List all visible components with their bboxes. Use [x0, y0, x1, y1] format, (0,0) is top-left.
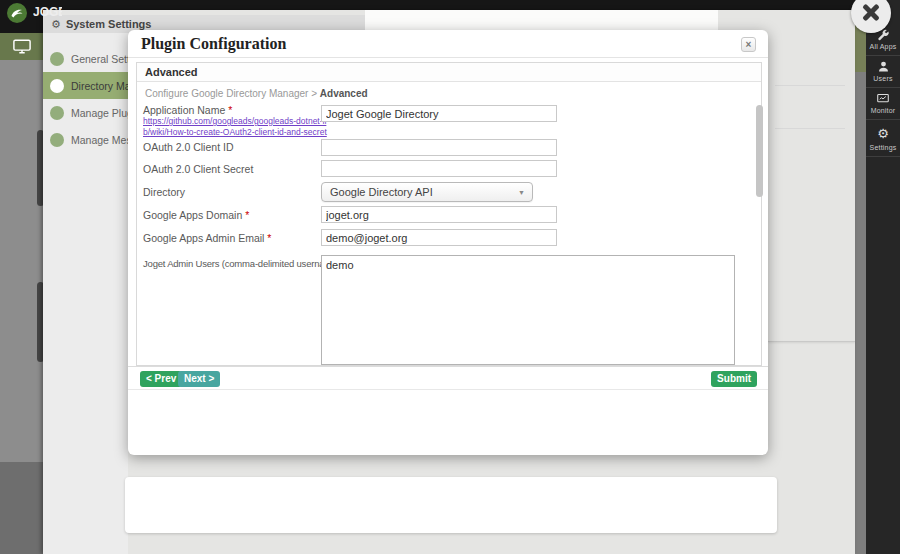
- next-button[interactable]: Next >: [178, 371, 220, 387]
- toolbar-item-label: All Apps: [866, 43, 900, 50]
- required-asterisk: *: [228, 104, 232, 116]
- help-link[interactable]: https://github.com/googleads/googleads-d…: [143, 116, 327, 137]
- screen: JOGET All Apps Users: [0, 0, 900, 554]
- menu-item-label: General Settings: [71, 53, 128, 65]
- bullet-circle-icon: [50, 52, 64, 66]
- system-settings-menu: General Settings Directory Manager Manag…: [43, 33, 128, 554]
- domain-input[interactable]: [321, 206, 557, 223]
- bullet-circle-icon: [50, 79, 64, 93]
- menu-item-general-settings[interactable]: General Settings: [43, 45, 128, 72]
- dialog-title: Plugin Configuration: [141, 35, 286, 53]
- toolbar-item-users[interactable]: Users: [866, 56, 900, 88]
- page-topbar-strip: [130, 0, 866, 10]
- toolbar-item-monitor[interactable]: Monitor: [866, 88, 900, 120]
- required-asterisk: *: [267, 232, 271, 244]
- prev-button[interactable]: < Prev: [140, 371, 182, 387]
- toolbar-item-label: Users: [866, 75, 900, 82]
- client-id-input[interactable]: [321, 139, 557, 156]
- admin-email-input[interactable]: [321, 229, 557, 246]
- admin-toolbar: All Apps Users Monitor ⚙ Settings: [866, 0, 900, 554]
- chevron-down-icon: ▼: [518, 183, 525, 203]
- breadcrumb: Configure Google Directory Manager > Adv…: [137, 82, 761, 99]
- toolbar-item-settings[interactable]: ⚙ Settings: [866, 120, 900, 157]
- joget-logo-icon: [7, 3, 27, 23]
- menu-item-directory-manager[interactable]: Directory Manager: [43, 72, 128, 99]
- directory-label: Directory: [143, 186, 185, 198]
- background-panel: [125, 477, 777, 533]
- bullet-circle-icon: [50, 106, 64, 120]
- monitor-chart-icon: [876, 92, 890, 105]
- client-id-label: OAuth 2.0 Client ID: [143, 141, 233, 153]
- admin-email-label: Google Apps Admin Email *: [143, 232, 271, 244]
- gears-icon: ⚙: [877, 126, 889, 141]
- plugin-configuration-dialog: Plugin Configuration × Advanced Configur…: [128, 30, 768, 455]
- domain-label: Google Apps Domain *: [143, 209, 249, 221]
- left-green-header: [0, 33, 43, 60]
- toolbar-item-label: Monitor: [866, 107, 900, 114]
- right-gray-strip: [855, 72, 866, 554]
- gears-icon: ⚙: [51, 18, 61, 31]
- admin-users-label: Joget Admin Users (comma-delimited usern…: [143, 258, 345, 269]
- left-sidebar-background-lower: [0, 462, 43, 554]
- dialog-titlebar: Plugin Configuration ×: [128, 30, 768, 58]
- system-settings-title: System Settings: [66, 18, 152, 30]
- form-scrollbar-thumb[interactable]: [756, 105, 763, 197]
- user-icon: [877, 60, 890, 73]
- menu-item-label: Manage Messaging: [71, 134, 128, 146]
- dialog-footer: < Prev Next > Submit: [128, 366, 768, 390]
- brand-text: JOGET: [33, 5, 62, 19]
- list-row-divider: [775, 128, 845, 129]
- submit-button[interactable]: Submit: [711, 371, 757, 387]
- app-name-label: Application Name *: [143, 104, 232, 116]
- toolbar-item-label: Settings: [866, 144, 900, 151]
- required-asterisk: *: [245, 209, 249, 221]
- section-title: Advanced: [137, 63, 761, 82]
- menu-item-manage-messaging[interactable]: Manage Messaging: [43, 126, 128, 153]
- directory-select[interactable]: Google Directory API ▼: [321, 182, 533, 202]
- list-row-divider: [775, 85, 845, 86]
- directory-select-value: Google Directory API: [330, 186, 433, 198]
- left-sidebar-background: [0, 60, 43, 462]
- dialog-close-button[interactable]: ×: [741, 37, 756, 52]
- client-secret-label: OAuth 2.0 Client Secret: [143, 163, 253, 175]
- bullet-circle-icon: [50, 133, 64, 147]
- breadcrumb-current: Advanced: [320, 88, 368, 99]
- admin-users-textarea[interactable]: demo: [321, 255, 735, 365]
- client-secret-input[interactable]: [321, 160, 557, 177]
- menu-item-label: Manage Plugins: [71, 107, 128, 119]
- monitor-icon: [13, 39, 31, 54]
- breadcrumb-prefix: Configure Google Directory Manager >: [145, 88, 320, 99]
- app-name-input[interactable]: [321, 105, 557, 122]
- menu-item-label: Directory Manager: [71, 80, 128, 92]
- advanced-section: Advanced Configure Google Directory Mana…: [136, 62, 762, 366]
- dialog-body: Advanced Configure Google Directory Mana…: [128, 59, 768, 455]
- menu-item-manage-plugins[interactable]: Manage Plugins: [43, 99, 128, 126]
- dialog-bottom-edge: [768, 341, 855, 342]
